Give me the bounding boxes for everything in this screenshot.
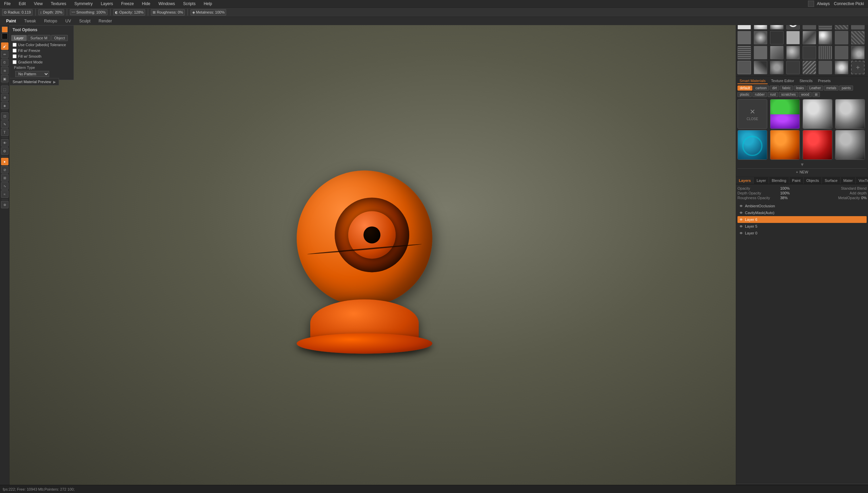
tool-warp[interactable]: ∿ bbox=[1, 182, 8, 190]
always-mode[interactable]: Always bbox=[815, 1, 831, 7]
layer-eye-0[interactable]: 👁 bbox=[739, 231, 744, 235]
alpha-cell-25[interactable] bbox=[737, 61, 751, 74]
tool-annotation[interactable]: ✎ bbox=[1, 120, 8, 128]
tool-text[interactable]: T bbox=[1, 129, 8, 136]
sm-filter-dirt[interactable]: dirt bbox=[770, 86, 779, 91]
tool-3d[interactable]: ◈ bbox=[1, 102, 8, 109]
tab-object[interactable]: Object bbox=[51, 35, 68, 41]
alpha-cell-12[interactable] bbox=[786, 31, 800, 44]
alpha-cell-23[interactable] bbox=[835, 46, 848, 59]
tool-color-secondary[interactable] bbox=[2, 33, 8, 39]
sm-material-orange[interactable] bbox=[770, 130, 800, 160]
layer-eye-ao[interactable]: 👁 bbox=[739, 204, 744, 208]
tab-render[interactable]: Render bbox=[95, 18, 115, 24]
menu-item-symmetry[interactable]: Symmetry bbox=[73, 1, 94, 7]
tool-transform[interactable]: ⊕ bbox=[1, 94, 8, 101]
alpha-cell-19[interactable] bbox=[770, 46, 784, 59]
tab-sculpt[interactable]: Sculpt bbox=[76, 18, 94, 24]
smoothing-value[interactable]: 100% bbox=[96, 10, 106, 14]
alpha-cell-24[interactable] bbox=[851, 46, 865, 59]
menu-item-view[interactable]: View bbox=[33, 1, 44, 7]
layers-tab-voxtree[interactable]: VoxTree bbox=[856, 177, 868, 184]
sm-filter-paints[interactable]: paints bbox=[839, 86, 853, 91]
tool-extra1[interactable]: ⊛ bbox=[1, 201, 8, 208]
alpha-cell-21[interactable] bbox=[803, 46, 816, 59]
layers-tab-blending[interactable]: Blending bbox=[769, 177, 789, 184]
sm-filter-wood[interactable]: wood bbox=[799, 92, 812, 97]
smoothing-control[interactable]: 〰 Smoothing: 100% bbox=[70, 9, 107, 15]
layer-item-ao[interactable]: 👁 AmbientOcclusion bbox=[737, 203, 867, 209]
menu-item-textures[interactable]: Textures bbox=[50, 1, 67, 7]
opacity-value[interactable]: 128% bbox=[134, 10, 143, 14]
menu-item-edit[interactable]: Edit bbox=[17, 1, 27, 7]
tool-erase[interactable]: ✏ bbox=[1, 51, 8, 58]
smart-material-preview[interactable]: Smart Material Preview ▶ bbox=[9, 78, 59, 86]
tool-sculpt-brush[interactable]: ≈ bbox=[1, 190, 8, 198]
alpha-cell-9[interactable] bbox=[737, 31, 751, 44]
metalness-value[interactable]: 100% bbox=[215, 10, 224, 14]
main-viewport[interactable] bbox=[9, 25, 736, 485]
tool-smudge[interactable]: ≋ bbox=[1, 67, 8, 74]
checkbox-fill-freeze[interactable] bbox=[13, 49, 17, 53]
checkbox-use-color[interactable] bbox=[13, 43, 17, 47]
checkbox-gradient-mode[interactable] bbox=[13, 60, 17, 64]
pattern-dropdown[interactable]: No Pattern bbox=[15, 71, 49, 77]
depth-opacity-value[interactable]: 100% bbox=[780, 191, 790, 195]
alpha-cell-18[interactable] bbox=[754, 46, 767, 59]
roughness-value[interactable]: 0% bbox=[178, 10, 183, 14]
sm-filter-fabric[interactable]: fabric bbox=[780, 86, 793, 91]
alpha-cell-new[interactable]: + bbox=[851, 61, 865, 74]
alpha-cell-16[interactable] bbox=[851, 31, 865, 44]
new-smart-material-button[interactable]: + NEW bbox=[737, 168, 867, 175]
sm-material-dark-metal[interactable] bbox=[835, 99, 865, 129]
menu-item-freeze[interactable]: Freeze bbox=[120, 1, 135, 7]
option-fill-freeze[interactable]: Fill w/ Freeze bbox=[11, 48, 72, 53]
layers-tab-surface[interactable]: Surface bbox=[822, 177, 841, 184]
alpha-cell-30[interactable] bbox=[818, 61, 832, 74]
tab-layer[interactable]: Layer bbox=[11, 35, 27, 41]
option-pattern[interactable]: No Pattern bbox=[11, 71, 72, 77]
alpha-cell-15[interactable] bbox=[835, 31, 848, 44]
alpha-cell-26[interactable] bbox=[754, 61, 767, 74]
alpha-cell-10[interactable] bbox=[754, 31, 767, 44]
blend-mode[interactable]: Standard Blend bbox=[841, 186, 867, 190]
tool-color-primary[interactable] bbox=[2, 26, 8, 33]
sm-filter-default[interactable]: default bbox=[737, 86, 752, 91]
option-gradient-mode[interactable]: Gradient Mode bbox=[11, 60, 72, 64]
alpha-cell-11[interactable] bbox=[770, 31, 784, 44]
tool-brush-main[interactable]: ● bbox=[1, 158, 8, 165]
tool-pen[interactable]: ⊘ bbox=[1, 166, 8, 173]
opacity-prop-value[interactable]: 100% bbox=[780, 186, 790, 190]
layers-tab-objects[interactable]: Objects bbox=[804, 177, 822, 184]
menu-item-scripts[interactable]: Scripts bbox=[182, 1, 197, 7]
tab-tweak[interactable]: Tweak bbox=[21, 18, 39, 24]
tab-surface-m[interactable]: Surface M bbox=[27, 35, 51, 41]
layer-eye-5[interactable]: 👁 bbox=[739, 224, 744, 229]
connective-pick[interactable]: Connective Picki bbox=[832, 1, 865, 7]
alpha-cell-31[interactable] bbox=[835, 61, 848, 74]
menu-item-layers[interactable]: Layers bbox=[99, 1, 114, 7]
layer-eye-6[interactable]: 👁 bbox=[739, 217, 744, 222]
alpha-cell-17[interactable] bbox=[737, 46, 751, 59]
alpha-cell-22[interactable] bbox=[818, 46, 832, 59]
depth-value[interactable]: 20% bbox=[55, 10, 62, 14]
sm-filter-cartoon[interactable]: cartoon bbox=[753, 86, 769, 91]
depth-control[interactable]: ↕ Depth: 20% bbox=[38, 9, 64, 15]
tab-uv[interactable]: UV bbox=[62, 18, 75, 24]
roughness-control[interactable]: ⊞ Roughness: 0% bbox=[151, 9, 185, 16]
tool-selection[interactable]: ⬚ bbox=[1, 86, 8, 93]
tool-paint[interactable]: 🖌 bbox=[1, 42, 8, 50]
sm-material-default[interactable] bbox=[770, 99, 800, 129]
tool-settings[interactable]: ⚙ bbox=[1, 147, 8, 155]
layer-item-cavity[interactable]: 👁 CavityMask(Auto) bbox=[737, 209, 867, 216]
tool-fill[interactable]: ▣ bbox=[1, 75, 8, 82]
menu-item-help[interactable]: Help bbox=[202, 1, 214, 7]
alpha-cell-14[interactable] bbox=[818, 31, 832, 44]
sm-filter-scratches[interactable]: scratches bbox=[779, 92, 798, 97]
layer-item-6[interactable]: 👁 Layer 6 bbox=[737, 216, 867, 223]
layer-item-0[interactable]: 👁 Layer 0 bbox=[737, 230, 867, 236]
layers-tab-layers[interactable]: Layers bbox=[736, 177, 754, 184]
metalness-control[interactable]: ◈ Metalness: 100% bbox=[191, 9, 226, 16]
option-use-color[interactable]: Use Color [albedo] Tolerance bbox=[11, 42, 72, 47]
sm-filter-rust[interactable]: rust bbox=[768, 92, 778, 97]
